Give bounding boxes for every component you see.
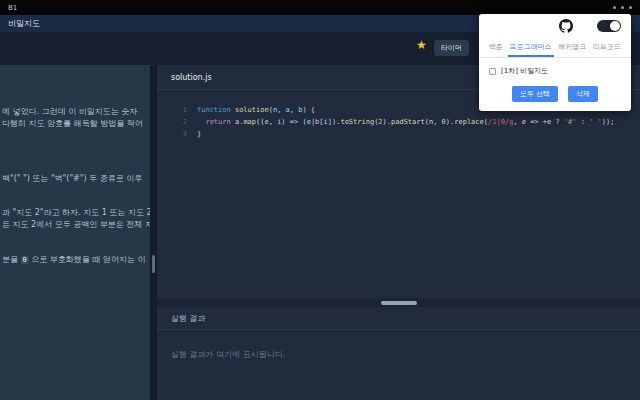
browser-bar: B1 xyxy=(0,0,640,15)
problem-line: 에 넣었다. 그런데 이 비밀지도는 숫자 xyxy=(2,106,148,118)
popup-tab[interactable]: 프로그래머스 xyxy=(508,38,554,57)
line-number: 1 xyxy=(171,104,187,116)
panel-resize-handle[interactable] xyxy=(152,255,155,273)
problem-text: 에 넣었다. 그런데 이 비밀지도는 숫자다행히 지도 암호를 해독할 방법을 … xyxy=(2,106,148,266)
popup-actions: 모두 선택 삭제 xyxy=(479,80,631,111)
popup-tab[interactable]: 해커랭크 xyxy=(556,38,588,57)
star-icon[interactable]: ★ xyxy=(416,39,427,51)
line-number: 3 xyxy=(171,128,187,140)
sync-toggle-knob xyxy=(610,21,620,31)
code-line: 3} xyxy=(171,128,640,140)
code-editor[interactable]: 1function solution(n, a, b) {2 return a.… xyxy=(157,90,640,298)
result-header: 실행 결과 xyxy=(157,307,640,330)
github-icon[interactable] xyxy=(559,19,573,33)
timer-button[interactable]: 타이머 xyxy=(434,40,469,56)
popup-header xyxy=(479,14,631,38)
line-number: 2 xyxy=(171,116,187,128)
horizontal-resizer[interactable] xyxy=(157,298,640,307)
code-line: 2 return a.map((e, i) => (e|b[i]).toStri… xyxy=(171,116,640,128)
app-window: B1 비밀지도 ★ 타이머 에 넣었다. 그런데 이 비밀지도는 숫자다행히 지… xyxy=(0,0,640,400)
result-placeholder: 실행 결과가 여기에 표시됩니다. xyxy=(171,350,285,359)
extension-popup: 백준프로그래머스해커랭크리트코드 [1차] 비밀지도 모두 선택 삭제 xyxy=(479,14,631,111)
main-split: 에 넣었다. 그런데 이 비밀지도는 숫자다행히 지도 암호를 해독할 방법을 … xyxy=(0,65,640,400)
page-title: 비밀지도 xyxy=(8,18,40,29)
problem-description-panel: 에 넣었다. 그런데 이 비밀지도는 숫자다행히 지도 암호를 해독할 방법을 … xyxy=(0,65,150,400)
popup-tabs: 백준프로그래머스해커랭크리트코드 xyxy=(479,38,631,58)
problem-line: 든 지도 2에서 모두 공백인 부분은 전체 지 xyxy=(2,219,148,231)
problem-checkbox[interactable] xyxy=(489,68,496,75)
window-controls[interactable] xyxy=(613,6,632,9)
problem-line: 과 "지도 2"라고 하자. 지도 1 또는 지도 2 xyxy=(2,207,148,219)
window-control-dot xyxy=(613,6,616,9)
panel-divider xyxy=(150,65,157,400)
delete-button[interactable]: 삭제 xyxy=(568,86,598,102)
select-all-button[interactable]: 모두 선택 xyxy=(512,86,558,102)
editor-tab-solution-js[interactable]: solution.js xyxy=(171,73,212,82)
sync-toggle[interactable] xyxy=(597,20,621,32)
popup-problem-list: [1차] 비밀지도 xyxy=(479,58,631,80)
editor-panel: solution.js 1function solution(n, a, b) … xyxy=(157,65,640,400)
popup-tab[interactable]: 리트코드 xyxy=(591,38,623,57)
horizontal-resize-handle[interactable] xyxy=(381,301,417,305)
browser-tab-title[interactable]: B1 xyxy=(8,4,17,12)
window-control-dot xyxy=(629,6,632,9)
popup-tab[interactable]: 백준 xyxy=(487,38,505,57)
problem-line: 다행히 지도 암호를 해독할 방법을 적어 xyxy=(2,118,148,130)
result-title: 실행 결과 xyxy=(171,313,206,324)
problem-line: 분을 0 으로 부호화했을 때 얻어지는 이 xyxy=(2,254,148,266)
result-body: 실행 결과가 여기에 표시됩니다. xyxy=(157,330,640,400)
problem-item-label: [1차] 비밀지도 xyxy=(501,66,548,76)
problem-line: 백"(" ") 또는 "벽"("#") 두 종류로 이루 xyxy=(2,173,148,185)
window-control-dot xyxy=(621,6,624,9)
